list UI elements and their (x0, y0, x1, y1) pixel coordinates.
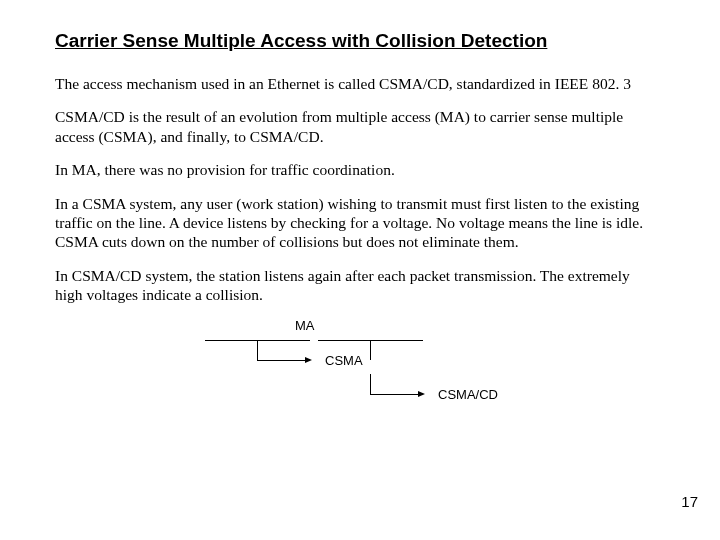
diagram-label-ma: MA (295, 318, 315, 333)
diagram-line (257, 360, 305, 361)
diagram-line (370, 340, 371, 360)
evolution-diagram: MA CSMA CSMA/CD (160, 318, 560, 428)
diagram-line (370, 394, 418, 395)
paragraph-2: CSMA/CD is the result of an evolution fr… (55, 107, 655, 146)
page-title: Carrier Sense Multiple Access with Colli… (55, 30, 665, 52)
paragraph-4: In a CSMA system, any user (work station… (55, 194, 655, 252)
arrow-icon (305, 357, 312, 363)
paragraph-5: In CSMA/CD system, the station listens a… (55, 266, 655, 305)
diagram-label-csma: CSMA (325, 353, 363, 368)
diagram-label-csmacd: CSMA/CD (438, 387, 498, 402)
page-number: 17 (681, 493, 698, 510)
diagram-line (370, 374, 371, 394)
diagram-line (257, 340, 258, 360)
paragraph-3: In MA, there was no provision for traffi… (55, 160, 655, 179)
arrow-icon (418, 391, 425, 397)
paragraph-1: The access mechanism used in an Ethernet… (55, 74, 655, 93)
